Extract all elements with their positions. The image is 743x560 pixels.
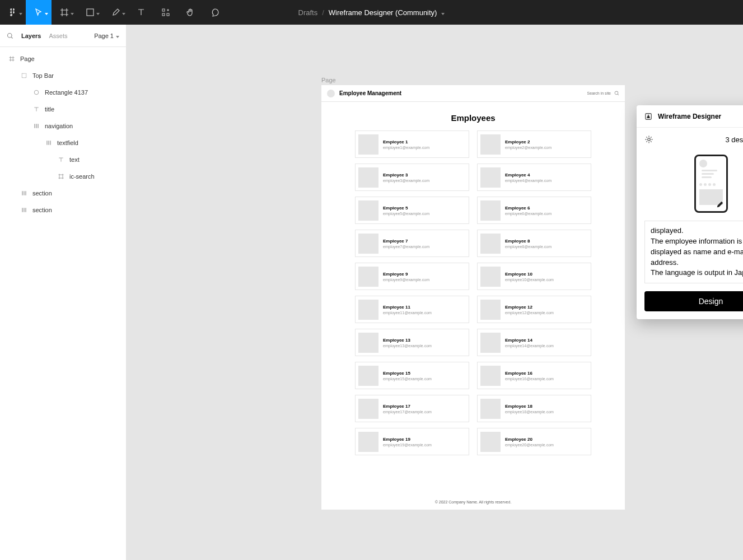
hand-icon: [186, 8, 195, 17]
employee-email: employee16@example.com: [505, 377, 554, 381]
employee-card[interactable]: Employee 4employee4@example.com: [477, 164, 591, 191]
frame-tool-button[interactable]: [52, 0, 77, 25]
employee-name: Employee 6: [505, 206, 552, 211]
section-heading: Employees: [321, 102, 625, 130]
employee-card[interactable]: Employee 2employee2@example.com: [477, 130, 591, 158]
text-tool-button[interactable]: [129, 0, 153, 25]
avatar-placeholder: [358, 432, 378, 452]
svg-rect-1: [162, 9, 165, 11]
plugin-panel[interactable]: Wireframe Designer 3 designs left displa…: [637, 105, 743, 319]
layer-row[interactable]: ic-search: [0, 168, 126, 185]
search-icon[interactable]: [7, 32, 13, 39]
resources-icon: [161, 8, 170, 17]
employee-name: Employee 5: [383, 206, 429, 211]
employee-name: Employee 17: [383, 404, 432, 409]
layer-row[interactable]: title: [0, 101, 126, 118]
canvas[interactable]: Page Employee Management Employees Emplo…: [127, 25, 743, 560]
employee-name: Employee 2: [505, 139, 552, 144]
employee-email: employee14@example.com: [505, 344, 554, 348]
move-tool-button[interactable]: [26, 0, 52, 25]
chevron-down-icon[interactable]: [441, 8, 445, 17]
avatar-placeholder: [358, 134, 378, 155]
frame-icon: [60, 8, 69, 17]
employee-name: Employee 9: [383, 272, 429, 277]
layer-row[interactable]: textfield: [0, 134, 126, 151]
shape-tool-button[interactable]: [77, 0, 103, 25]
text-icon: [57, 156, 65, 163]
employee-card[interactable]: Employee 16employee16@example.com: [477, 362, 591, 389]
frame-label[interactable]: Page: [321, 77, 336, 83]
search-input[interactable]: [583, 91, 611, 95]
avatar-placeholder: [358, 200, 378, 221]
avatar-placeholder: [480, 200, 501, 221]
cursor-icon: [34, 8, 43, 17]
employee-name: Employee 16: [505, 371, 554, 376]
layer-row[interactable]: Top Bar: [0, 67, 126, 84]
text-icon: [137, 8, 146, 17]
employee-email: employee10@example.com: [505, 278, 554, 282]
employee-card[interactable]: Employee 8employee8@example.com: [477, 230, 591, 257]
file-title[interactable]: Wireframe Designer (Community): [329, 8, 437, 17]
avatar-placeholder: [358, 167, 378, 188]
employee-card[interactable]: Employee 14employee14@example.com: [477, 329, 591, 356]
employee-card[interactable]: Employee 12employee12@example.com: [477, 296, 591, 323]
design-frame[interactable]: Employee Management Employees Employee 1…: [321, 85, 625, 510]
employee-card[interactable]: Employee 5employee5@example.com: [355, 197, 469, 224]
employee-name: Employee 20: [505, 437, 554, 442]
layer-row[interactable]: Rectangle 4137: [0, 84, 126, 101]
employee-card[interactable]: Employee 6employee6@example.com: [477, 197, 591, 224]
employee-card[interactable]: Employee 20employee20@example.com: [477, 428, 591, 455]
layer-row[interactable]: Page: [0, 50, 126, 67]
figma-logo-icon: [8, 8, 17, 17]
tab-layers[interactable]: Layers: [21, 32, 41, 39]
layer-label: text: [69, 156, 80, 163]
avatar-placeholder: [480, 333, 501, 353]
employee-card[interactable]: Employee 11employee11@example.com: [355, 296, 469, 323]
employee-name: Employee 18: [505, 404, 554, 409]
layout-icon: [20, 207, 28, 213]
svg-rect-5: [22, 73, 26, 78]
pen-tool-button[interactable]: [103, 0, 129, 25]
layer-row[interactable]: section: [0, 185, 126, 202]
employee-name: Employee 19: [383, 437, 432, 442]
gear-icon[interactable]: [644, 135, 653, 144]
employee-card[interactable]: Employee 15employee15@example.com: [355, 362, 469, 389]
breadcrumb-drafts[interactable]: Drafts: [298, 8, 318, 17]
layer-row[interactable]: section: [0, 202, 126, 218]
prompt-textarea[interactable]: displayed.The employee information is di…: [644, 221, 743, 283]
employee-card[interactable]: Employee 19employee19@example.com: [355, 428, 469, 455]
logo-placeholder: [327, 90, 335, 97]
employee-card[interactable]: Employee 1employee1@example.com: [355, 130, 469, 158]
avatar-placeholder: [358, 267, 378, 287]
main-menu-button[interactable]: [0, 0, 26, 25]
tab-assets[interactable]: Assets: [49, 32, 67, 39]
rectangle-icon: [86, 8, 95, 17]
employee-card[interactable]: Employee 9employee9@example.com: [355, 263, 469, 290]
layer-label: navigation: [45, 123, 73, 129]
layer-row[interactable]: text: [0, 151, 126, 168]
employee-email: employee7@example.com: [383, 245, 429, 249]
layer-row[interactable]: navigation: [0, 118, 126, 134]
employee-email: employee13@example.com: [383, 344, 432, 348]
employee-card[interactable]: Employee 10employee10@example.com: [477, 263, 591, 290]
avatar-placeholder: [358, 234, 378, 254]
employee-card[interactable]: Employee 7employee7@example.com: [355, 230, 469, 257]
resources-tool-button[interactable]: [153, 0, 178, 25]
employee-name: Employee 15: [383, 371, 432, 376]
hand-tool-button[interactable]: [178, 0, 203, 25]
breadcrumb[interactable]: Drafts / Wireframe Designer (Community): [298, 8, 445, 17]
page-selector[interactable]: Page 1: [94, 32, 119, 39]
employee-email: employee3@example.com: [383, 179, 429, 183]
site-search[interactable]: [583, 91, 619, 96]
comment-tool-button[interactable]: [203, 0, 227, 25]
employee-card[interactable]: Employee 3employee3@example.com: [355, 164, 469, 191]
svg-rect-2: [167, 13, 169, 16]
employee-email: employee20@example.com: [505, 443, 554, 447]
design-button[interactable]: Design: [644, 291, 743, 311]
layer-label: Page: [20, 55, 35, 62]
designs-left-link[interactable]: 3 designs left: [725, 136, 743, 144]
employee-card[interactable]: Employee 18employee18@example.com: [477, 395, 591, 422]
employee-card[interactable]: Employee 17employee17@example.com: [355, 395, 469, 422]
avatar-placeholder: [358, 366, 378, 386]
employee-card[interactable]: Employee 13employee13@example.com: [355, 329, 469, 356]
